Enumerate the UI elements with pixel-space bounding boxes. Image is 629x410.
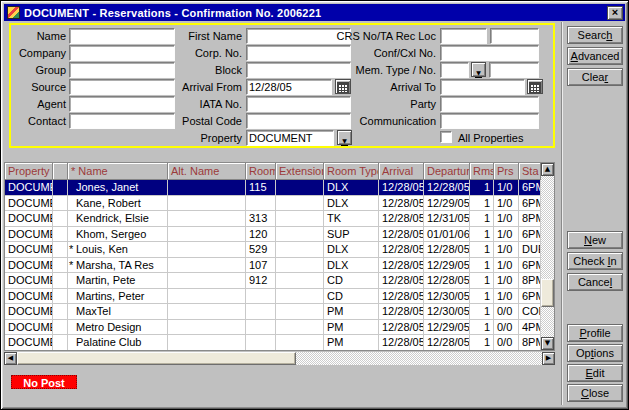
cell-departure: 12/30/05 xyxy=(424,289,470,305)
cell-arrival: 12/28/05 xyxy=(379,320,424,336)
grid-row[interactable]: DOCUMENTKhom, Sergeo120SUP12/28/0501/01/… xyxy=(5,227,541,243)
cell-flag xyxy=(53,211,68,227)
cell-ext xyxy=(276,304,324,320)
guest-name: Jones, Janet xyxy=(76,181,138,193)
property-label: Property xyxy=(146,130,242,146)
column-header-room: Room xyxy=(246,163,276,180)
reservations-grid: Property* NameAlt. NameRoomExtensionRoom… xyxy=(4,162,555,351)
search-button[interactable]: Search xyxy=(567,26,623,44)
cell-flag xyxy=(53,227,68,243)
grid-row[interactable]: DOCUMENTMartins, PeterCD12/28/0512/30/05… xyxy=(5,289,541,305)
scroll-left-button[interactable]: ◀ xyxy=(4,352,17,365)
close-icon[interactable]: × xyxy=(607,6,623,20)
check-in-button[interactable]: Check In xyxy=(567,252,623,270)
grid-vertical-scrollbar[interactable]: ▲ ▼ xyxy=(541,163,554,350)
cell-name: Metro Design xyxy=(68,320,168,336)
cell-ext xyxy=(276,273,324,289)
grid-row[interactable]: DOCUMENTMetro DesignPM12/28/0512/29/0510… xyxy=(5,320,541,336)
cell-prs: 0/0 xyxy=(494,320,519,336)
cell-room xyxy=(246,304,276,320)
cell-property: DOCUMENT xyxy=(5,304,53,320)
grid-row[interactable]: DOCUMENTKane, RobertDLX12/28/0512/29/051… xyxy=(5,196,541,212)
cell-type: DLX xyxy=(324,180,379,196)
grid-header: Property* NameAlt. NameRoomExtensionRoom… xyxy=(5,163,541,180)
cell-departure: 12/29/05 xyxy=(424,320,470,336)
new-button[interactable]: New xyxy=(567,231,623,249)
cell-type: CD xyxy=(324,289,379,305)
clear-button[interactable]: Clear xyxy=(567,68,623,86)
scroll-down-button[interactable]: ▼ xyxy=(541,337,554,350)
grid-horizontal-scrollbar[interactable]: ◀ ▶ xyxy=(4,352,555,365)
grid-row[interactable]: DOCUMENTMartin, Pete912CD12/28/0512/28/0… xyxy=(5,273,541,289)
cell-type: CD xyxy=(324,273,379,289)
cell-room xyxy=(246,320,276,336)
cell-prs: 1/0 xyxy=(494,242,519,258)
cancel-button[interactable]: Cancel xyxy=(567,273,623,291)
cell-alt xyxy=(168,320,246,336)
crs-no-ta-rec-loc-input-2[interactable] xyxy=(490,28,539,44)
edit-button[interactable]: Edit xyxy=(567,364,623,382)
arrival-to-input[interactable] xyxy=(440,79,525,95)
grid-row[interactable]: DOCUMENT*Marsha, TA Res107DLX12/28/0512/… xyxy=(5,258,541,274)
cell-name: Khom, Sergeo xyxy=(68,227,168,243)
communication-input[interactable] xyxy=(440,113,539,129)
cell-ext xyxy=(276,196,324,212)
property-dropdown-button[interactable]: ▼ xyxy=(337,130,352,145)
cell-departure: 12/29/05 xyxy=(424,258,470,274)
cell-flag xyxy=(53,320,68,336)
cell-flag xyxy=(53,180,68,196)
arrival-to-calendar-button[interactable] xyxy=(527,79,543,94)
advanced-button[interactable]: Advanced xyxy=(567,47,623,65)
cell-arrival: 12/28/05 xyxy=(379,211,424,227)
crs-no-ta-rec-loc-input[interactable] xyxy=(440,28,487,44)
cell-flag xyxy=(53,273,68,289)
cell-alt xyxy=(168,196,246,212)
grid-row[interactable]: DOCUMENTJones, Janet115DLX12/28/0512/28/… xyxy=(5,180,541,196)
cell-ext xyxy=(276,320,324,336)
cell-rms: 1 xyxy=(470,180,494,196)
cell-ext xyxy=(276,227,324,243)
grid-row[interactable]: DOCUMENT*Louis, Ken529DLX12/28/0512/28/0… xyxy=(5,242,541,258)
cell-arrival: 12/28/05 xyxy=(379,335,424,351)
button-panel-divider xyxy=(561,22,562,405)
calendar-icon xyxy=(529,82,541,93)
grid-row[interactable]: DOCUMENTKendrick, Elsie313TK12/28/0512/3… xyxy=(5,211,541,227)
conf-cxl-no-input[interactable] xyxy=(440,45,539,61)
down-arrow-icon: ▼ xyxy=(542,339,553,348)
mem-type-no-input-2[interactable] xyxy=(489,62,539,78)
grid-body: DOCUMENTJones, Janet115DLX12/28/0512/28/… xyxy=(5,180,541,351)
cell-rms: 1 xyxy=(470,335,494,351)
all-properties-checkbox[interactable] xyxy=(440,131,452,143)
cell-rms: 1 xyxy=(470,227,494,243)
cell-property: DOCUMENT xyxy=(5,180,53,196)
cell-sta: 8PM xyxy=(519,335,541,351)
horizontal-scroll-thumb[interactable] xyxy=(17,352,296,365)
vertical-scroll-thumb[interactable] xyxy=(541,279,554,307)
close-button[interactable]: Close xyxy=(567,384,623,402)
grid-row[interactable]: DOCUMENTPalatine ClubPM12/28/0512/28/051… xyxy=(5,335,541,351)
profile-button[interactable]: Profile xyxy=(567,324,623,342)
mem-type-no-dropdown-button[interactable]: ▼ xyxy=(471,62,486,77)
cell-type: PM xyxy=(324,304,379,320)
grid-row[interactable]: DOCUMENTMaxTelPM12/28/0512/30/0510/0COM xyxy=(5,304,541,320)
cell-room: 529 xyxy=(246,242,276,258)
scroll-up-button[interactable]: ▲ xyxy=(541,163,554,176)
column-header-departure: Departure xyxy=(424,163,470,180)
cell-property: DOCUMENT xyxy=(5,289,53,305)
cell-ext xyxy=(276,211,324,227)
window-title: DOCUMENT - Reservations - Confirmation N… xyxy=(24,7,607,19)
name-label: Name xyxy=(11,28,66,44)
column-header-alt: Alt. Name xyxy=(168,163,246,180)
party-input[interactable] xyxy=(440,96,539,112)
scroll-right-button[interactable]: ▶ xyxy=(542,352,555,365)
corp-no-label: Corp. No. xyxy=(146,45,242,61)
cell-alt xyxy=(168,304,246,320)
options-button[interactable]: Options xyxy=(567,344,623,362)
conf-cxl-no-label: Conf/Cxl No. xyxy=(281,45,436,61)
iata-no-label: IATA No. xyxy=(146,96,242,112)
property-input[interactable] xyxy=(246,130,334,146)
source-label: Source xyxy=(11,79,66,95)
mem-type-no-input[interactable] xyxy=(440,62,469,78)
column-header-arrival: Arrival xyxy=(379,163,424,180)
cell-prs: 0/0 xyxy=(494,335,519,351)
